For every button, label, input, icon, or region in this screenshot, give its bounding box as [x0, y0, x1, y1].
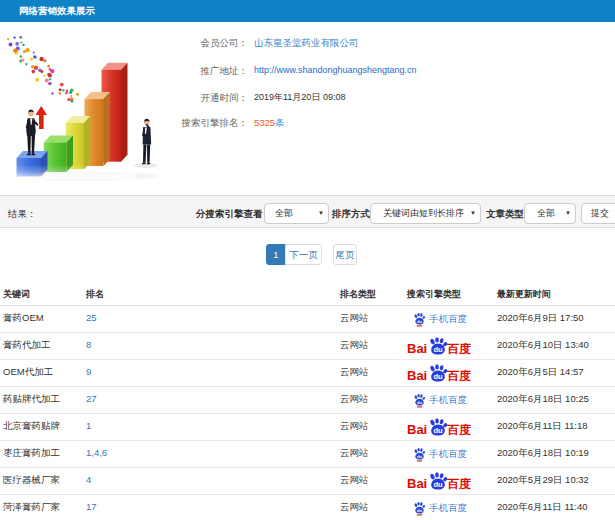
svg-text:百度: 百度: [446, 423, 471, 437]
svg-text:du: du: [416, 319, 422, 324]
svg-text:Bai: Bai: [407, 476, 427, 491]
svg-text:百度: 百度: [446, 369, 471, 383]
svg-text:du: du: [433, 373, 443, 382]
svg-text:du: du: [416, 400, 422, 405]
svg-text:du: du: [433, 481, 443, 490]
svg-text:du: du: [416, 454, 422, 459]
svg-text:百度: 百度: [446, 477, 471, 491]
svg-text:Bai: Bai: [407, 368, 427, 383]
svg-text:Bai: Bai: [407, 422, 427, 437]
svg-text:du: du: [416, 508, 422, 513]
svg-text:Bai: Bai: [407, 341, 427, 356]
svg-text:du: du: [433, 346, 443, 355]
svg-text:du: du: [433, 427, 443, 436]
svg-text:百度: 百度: [446, 342, 471, 356]
